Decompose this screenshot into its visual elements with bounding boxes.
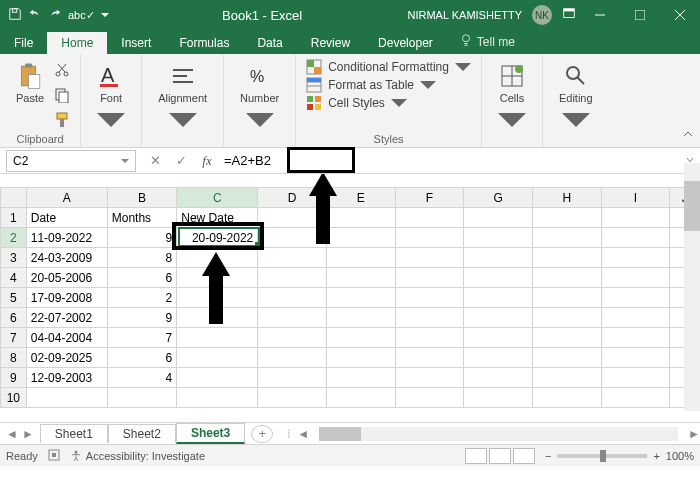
col-header[interactable]: E xyxy=(326,188,395,208)
zoom-in-button[interactable]: + xyxy=(653,450,659,462)
cell[interactable] xyxy=(395,328,464,348)
zoom-out-button[interactable]: − xyxy=(545,450,551,462)
cell[interactable] xyxy=(395,348,464,368)
cell[interactable] xyxy=(464,208,533,228)
cell[interactable] xyxy=(395,268,464,288)
cell[interactable] xyxy=(326,248,395,268)
cell[interactable]: 6 xyxy=(107,268,177,288)
alignment-button[interactable]: Alignment xyxy=(152,58,213,138)
row-header[interactable]: 5 xyxy=(1,288,27,308)
cell[interactable]: 20-05-2006 xyxy=(26,268,107,288)
cell[interactable] xyxy=(464,248,533,268)
tab-developer[interactable]: Developer xyxy=(364,32,447,54)
tab-insert[interactable]: Insert xyxy=(107,32,165,54)
cell[interactable] xyxy=(258,288,327,308)
tellme[interactable]: Tell me xyxy=(447,29,527,54)
view-pagelayout-button[interactable] xyxy=(489,448,511,464)
cell[interactable] xyxy=(533,248,602,268)
row-header[interactable]: 4 xyxy=(1,268,27,288)
paste-button[interactable]: Paste xyxy=(10,58,50,131)
cell[interactable]: 4 xyxy=(107,368,177,388)
horizontal-scrollbar[interactable] xyxy=(319,427,678,441)
enter-formula-button[interactable]: ✓ xyxy=(168,150,194,172)
row-header[interactable]: 1 xyxy=(1,208,27,228)
cell[interactable] xyxy=(533,288,602,308)
cell[interactable]: 11-09-2022 xyxy=(26,228,107,248)
macro-record-icon[interactable] xyxy=(48,449,60,463)
cell[interactable]: 20-09-2022 xyxy=(177,228,258,248)
cell[interactable] xyxy=(601,348,670,368)
sheet-tab[interactable]: Sheet3 xyxy=(176,423,245,444)
col-header[interactable]: G xyxy=(464,188,533,208)
cell[interactable] xyxy=(258,308,327,328)
cell[interactable]: 6 xyxy=(107,348,177,368)
close-button[interactable] xyxy=(660,0,700,30)
row-header[interactable]: 10 xyxy=(1,388,27,408)
name-box[interactable]: C2 xyxy=(6,150,136,172)
cell-styles-button[interactable]: Cell Styles xyxy=(306,94,407,112)
cell[interactable] xyxy=(326,308,395,328)
cell[interactable] xyxy=(177,388,258,408)
cell[interactable] xyxy=(177,308,258,328)
cell[interactable] xyxy=(601,228,670,248)
cell[interactable] xyxy=(601,308,670,328)
cell[interactable] xyxy=(326,208,395,228)
vertical-scrollbar[interactable] xyxy=(684,163,700,411)
redo-icon[interactable] xyxy=(48,7,62,24)
cell[interactable] xyxy=(258,248,327,268)
col-header[interactable]: D xyxy=(258,188,327,208)
cell[interactable] xyxy=(395,388,464,408)
cell[interactable] xyxy=(464,288,533,308)
cell[interactable]: 17-09-2008 xyxy=(26,288,107,308)
cell[interactable] xyxy=(533,308,602,328)
cell[interactable]: 12-09-2003 xyxy=(26,368,107,388)
cell[interactable] xyxy=(326,228,395,248)
cell[interactable] xyxy=(464,228,533,248)
row-header[interactable]: 2 xyxy=(1,228,27,248)
cell[interactable] xyxy=(533,348,602,368)
add-sheet-button[interactable]: + xyxy=(251,425,273,443)
cell[interactable] xyxy=(533,268,602,288)
row-header[interactable]: 9 xyxy=(1,368,27,388)
format-as-table-button[interactable]: Format as Table xyxy=(306,76,436,94)
cell[interactable] xyxy=(107,388,177,408)
cell[interactable] xyxy=(177,248,258,268)
cell[interactable] xyxy=(533,368,602,388)
cell[interactable] xyxy=(177,288,258,308)
row-header[interactable]: 8 xyxy=(1,348,27,368)
undo-icon[interactable] xyxy=(28,7,42,24)
cell[interactable] xyxy=(395,248,464,268)
col-header[interactable]: H xyxy=(533,188,602,208)
cell[interactable] xyxy=(258,388,327,408)
conditional-formatting-button[interactable]: Conditional Formatting xyxy=(306,58,471,76)
sheet-tab[interactable]: Sheet1 xyxy=(40,424,108,443)
number-button[interactable]: % Number xyxy=(234,58,285,138)
cell[interactable] xyxy=(258,348,327,368)
cell[interactable] xyxy=(464,328,533,348)
ribbon-options-icon[interactable] xyxy=(562,7,576,24)
cell[interactable] xyxy=(326,368,395,388)
col-header[interactable]: A xyxy=(26,188,107,208)
tab-home[interactable]: Home xyxy=(47,32,107,54)
editing-button[interactable]: Editing xyxy=(553,58,599,138)
cell[interactable] xyxy=(533,208,602,228)
cell[interactable] xyxy=(326,388,395,408)
col-header[interactable]: I xyxy=(601,188,670,208)
cell[interactable] xyxy=(395,368,464,388)
cell[interactable] xyxy=(533,328,602,348)
cell[interactable] xyxy=(177,328,258,348)
view-pagebreak-button[interactable] xyxy=(513,448,535,464)
cell[interactable] xyxy=(326,288,395,308)
cell[interactable] xyxy=(464,268,533,288)
minimize-button[interactable] xyxy=(580,0,620,30)
cell[interactable] xyxy=(395,208,464,228)
row-header[interactable]: 3 xyxy=(1,248,27,268)
cell[interactable] xyxy=(395,288,464,308)
cell[interactable] xyxy=(601,248,670,268)
font-button[interactable]: A Font xyxy=(91,58,131,138)
cell[interactable] xyxy=(395,308,464,328)
cell[interactable] xyxy=(395,228,464,248)
col-header[interactable]: B xyxy=(107,188,177,208)
sheet-tab[interactable]: Sheet2 xyxy=(108,424,176,443)
cell[interactable] xyxy=(177,368,258,388)
